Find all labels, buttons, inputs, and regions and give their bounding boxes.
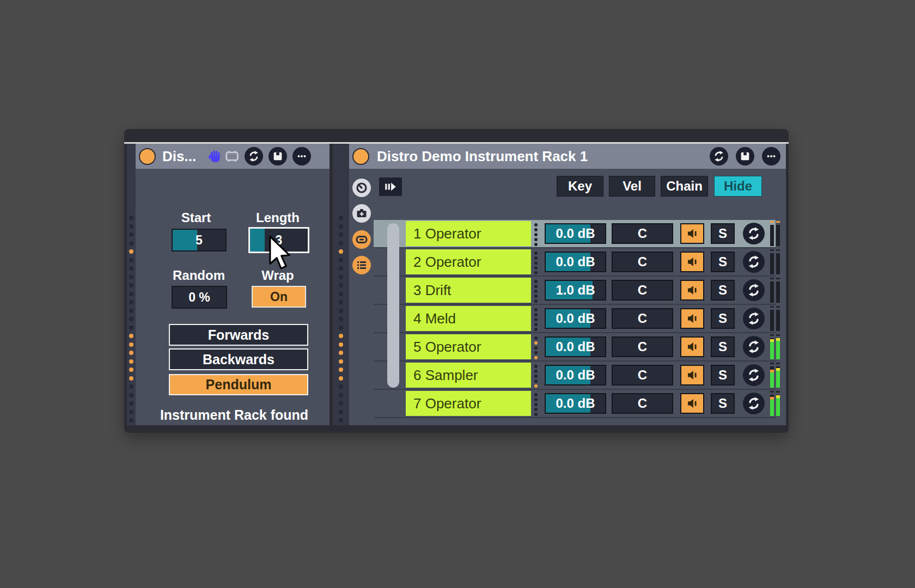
status-text: Instrument Rack found — [142, 407, 327, 423]
speaker-icon — [686, 284, 698, 296]
left-device-titlebar[interactable]: Dis... — [136, 144, 330, 169]
chain-activity-dots — [533, 334, 539, 359]
chain-volume[interactable]: 0.0 dB — [545, 393, 606, 414]
show-macros-button[interactable] — [352, 179, 371, 197]
chain-row[interactable]: 2 Operator0.0 dBCS — [374, 248, 776, 275]
rack-titlebar[interactable]: Distro Demo Instrument Rack 1 — [349, 144, 786, 169]
tab-hide[interactable]: Hide — [714, 176, 762, 197]
chain-list-icon — [355, 259, 368, 272]
tab-chain[interactable]: Chain — [661, 176, 708, 197]
chain-hot-swap-button[interactable] — [743, 279, 765, 301]
chain-meter — [770, 363, 780, 388]
start-value-box[interactable]: 5 — [172, 229, 227, 252]
wrap-toggle[interactable]: On — [252, 286, 306, 308]
tab-key[interactable]: Key — [557, 176, 603, 197]
solo-button[interactable]: S — [711, 308, 735, 329]
rack-fold-strip[interactable] — [333, 144, 349, 425]
save-preset-button[interactable] — [269, 147, 287, 166]
solo-button[interactable]: S — [711, 223, 735, 244]
chain-hot-swap-button[interactable] — [743, 393, 765, 414]
solo-button[interactable]: S — [711, 336, 735, 357]
chain-row[interactable]: 4 Meld0.0 dBCS — [374, 305, 776, 332]
chain-hot-swap-button[interactable] — [743, 364, 765, 386]
chain-activator-button[interactable] — [680, 223, 704, 244]
left-device-fold-strip[interactable] — [127, 144, 136, 425]
chain-volume[interactable]: 0.0 dB — [545, 365, 606, 385]
chain-pan[interactable]: C — [612, 280, 673, 301]
chain-activity-dots — [533, 363, 539, 388]
rack-hot-swap-button[interactable] — [710, 147, 728, 166]
chain-name[interactable]: 7 Operator — [406, 391, 531, 416]
chain-pan[interactable]: C — [612, 308, 673, 329]
chain-hot-swap-button[interactable] — [743, 251, 765, 273]
chain-activator-button[interactable] — [680, 308, 704, 329]
chain-volume[interactable]: 0.0 dB — [545, 223, 606, 244]
chain-hot-swap-button[interactable] — [743, 308, 765, 329]
random-value-box[interactable]: 0 % — [172, 286, 227, 309]
chain-meter — [770, 278, 780, 303]
map-hand-icon[interactable] — [208, 149, 222, 163]
rack-save-preset-button[interactable] — [736, 147, 754, 166]
chain-auto-select-button[interactable] — [379, 177, 402, 196]
chain-activator-button[interactable] — [680, 280, 704, 301]
chain-pan[interactable]: C — [612, 252, 673, 272]
chain-volume[interactable]: 0.0 dB — [545, 336, 606, 357]
hot-swap-button[interactable] — [245, 147, 263, 166]
tab-vel[interactable]: Vel — [609, 176, 655, 197]
solo-button[interactable]: S — [711, 365, 735, 385]
chain-activator-button[interactable] — [680, 336, 704, 357]
chain-hot-swap-button[interactable] — [743, 223, 765, 244]
chain-pan[interactable]: C — [612, 223, 673, 244]
chain-name[interactable]: 3 Drift — [406, 278, 531, 303]
hot-swap-icon — [713, 150, 725, 162]
chain-name[interactable]: 6 Sampler — [406, 363, 531, 388]
pendulum-button[interactable]: Pendulum — [169, 374, 308, 395]
speaker-icon — [686, 256, 698, 268]
m4l-device-icon[interactable] — [225, 149, 239, 163]
chain-list: 1 Operator0.0 dBCS2 Operator0.0 dBCS3 Dr… — [374, 220, 776, 418]
chain-row[interactable]: 5 Operator0.0 dBCS — [374, 333, 776, 360]
chain-pan[interactable]: C — [612, 365, 673, 385]
chain-pan[interactable]: C — [612, 393, 673, 414]
chain-volume[interactable]: 0.0 dB — [545, 252, 606, 272]
hot-swap-icon — [747, 340, 761, 354]
solo-button[interactable]: S — [711, 252, 735, 272]
auto-select-icon — [383, 180, 398, 193]
more-options-button[interactable] — [292, 147, 311, 166]
chain-volume[interactable]: 1.0 dB — [545, 280, 606, 301]
rack-activator-toggle[interactable] — [352, 148, 369, 165]
backwards-button[interactable]: Backwards — [169, 348, 308, 370]
chain-row[interactable]: 7 Operator0.0 dBCS — [374, 390, 776, 417]
chain-volume[interactable]: 0.0 dB — [545, 308, 606, 329]
rack-more-options-button[interactable] — [762, 147, 780, 166]
more-icon — [765, 150, 777, 162]
show-devices-button[interactable] — [352, 230, 371, 249]
start-fill — [173, 230, 197, 250]
chain-activator-button[interactable] — [680, 393, 704, 414]
chain-pan[interactable]: C — [612, 336, 673, 357]
mouse-cursor — [268, 235, 291, 271]
chain-list-scrollbar[interactable] — [387, 223, 399, 388]
chain-row[interactable]: 6 Sampler0.0 dBCS — [374, 362, 776, 389]
chain-row[interactable]: 1 Operator0.0 dBCS — [374, 220, 776, 247]
speaker-icon — [686, 369, 698, 381]
show-chain-list-button[interactable] — [352, 256, 371, 274]
speaker-icon — [686, 313, 698, 324]
chain-name[interactable]: 4 Meld — [406, 306, 531, 331]
solo-button[interactable]: S — [711, 280, 735, 301]
chain-activator-button[interactable] — [680, 365, 704, 385]
chain-name[interactable]: 5 Operator — [406, 334, 531, 359]
macro-snapshots-button[interactable] — [352, 204, 371, 223]
chain-meter — [770, 334, 780, 359]
device-activator-toggle[interactable] — [139, 148, 156, 165]
chain-name[interactable]: 2 Operator — [406, 249, 531, 274]
chain-hot-swap-button[interactable] — [743, 336, 765, 358]
forwards-button[interactable]: Forwards — [169, 324, 308, 346]
hot-swap-icon — [747, 368, 761, 382]
chain-row[interactable]: 3 Drift1.0 dBCS — [374, 277, 776, 304]
solo-button[interactable]: S — [711, 393, 735, 414]
chain-activator-button[interactable] — [680, 252, 704, 272]
chain-name[interactable]: 1 Operator — [406, 221, 531, 246]
hot-swap-icon — [747, 396, 761, 411]
length-fill — [250, 229, 265, 252]
